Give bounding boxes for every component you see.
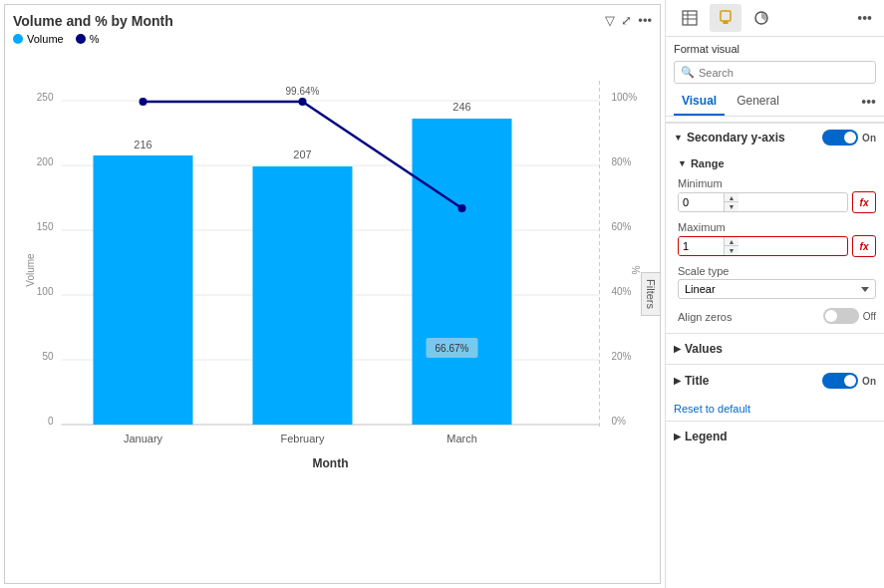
svg-text:Month: Month — [313, 456, 349, 470]
maximum-up[interactable]: ▲ — [725, 237, 738, 246]
analytics-icon — [753, 10, 769, 26]
svg-text:20%: 20% — [612, 351, 632, 362]
right-panel: ••• Format visual 🔍 Visual General ••• ▼… — [665, 0, 884, 588]
svg-rect-32 — [683, 11, 697, 25]
range-header[interactable]: ▼ Range — [678, 153, 876, 173]
minimum-up[interactable]: ▲ — [725, 193, 738, 202]
minimum-down[interactable]: ▼ — [725, 202, 738, 211]
paint-icon — [718, 10, 734, 26]
table-view-button[interactable] — [674, 4, 706, 32]
chart-panel: Volume and % by Month Volume % ▽ ⤢ ••• 2… — [4, 4, 661, 584]
toggle-off[interactable] — [823, 308, 859, 324]
values-section: ▶ Values — [666, 333, 884, 364]
minimum-number-input[interactable]: 0 ▲ ▼ — [678, 192, 848, 212]
svg-text:50: 50 — [42, 351, 54, 362]
minimum-spinner: ▲ ▼ — [724, 193, 738, 211]
bar-january — [94, 155, 193, 425]
scale-type-select[interactable]: Linear Log — [678, 279, 876, 299]
search-box[interactable]: 🔍 — [674, 61, 876, 84]
maximum-fx-button[interactable]: fx — [852, 235, 876, 257]
search-input[interactable] — [699, 67, 869, 79]
svg-text:March: March — [446, 433, 477, 444]
title-toggle-on[interactable] — [822, 373, 858, 389]
chevron-right-values: ▶ — [674, 344, 681, 354]
chevron-down-icon: ▼ — [674, 133, 683, 143]
chart-title: Volume and % by Month — [13, 13, 173, 29]
legend-volume: Volume — [13, 33, 64, 45]
svg-text:0: 0 — [48, 416, 54, 427]
format-visual-label: Format visual — [666, 37, 884, 57]
chart-legend: Volume % — [13, 33, 173, 45]
svg-text:99.64%: 99.64% — [286, 86, 320, 97]
expand-icon[interactable]: ⤢ — [621, 13, 632, 28]
tab-more-icon[interactable]: ••• — [861, 94, 876, 110]
svg-text:0%: 0% — [612, 416, 627, 427]
svg-text:66.67%: 66.67% — [436, 343, 469, 354]
align-zeros-toggle[interactable]: Off — [823, 308, 876, 324]
values-header[interactable]: ▶ Values — [666, 334, 884, 364]
table-icon — [682, 10, 698, 26]
svg-text:207: 207 — [293, 148, 311, 160]
format-button[interactable] — [710, 4, 741, 32]
minimum-field[interactable]: 0 — [679, 193, 724, 211]
dot-mar — [458, 204, 466, 212]
tab-general[interactable]: General — [729, 88, 787, 116]
svg-text:100%: 100% — [612, 92, 638, 103]
minimum-label: Minimum — [678, 173, 876, 191]
toggle-on[interactable] — [822, 130, 858, 146]
align-zeros-row: Align zeros Off — [678, 303, 876, 329]
maximum-spinner: ▲ ▼ — [724, 237, 738, 255]
secondary-y-axis-toggle[interactable]: On — [822, 130, 876, 146]
range-label: Range — [691, 157, 725, 169]
title-toggle[interactable]: On — [822, 373, 876, 389]
legend-label-pct: % — [90, 33, 100, 45]
svg-rect-37 — [724, 21, 728, 24]
svg-text:80%: 80% — [612, 156, 632, 167]
analytics-button[interactable] — [745, 4, 777, 32]
minimum-fx-button[interactable]: fx — [852, 191, 876, 213]
legend-pct: % — [76, 33, 100, 45]
svg-text:Volume: Volume — [25, 253, 36, 287]
title-toggle-label: On — [862, 376, 876, 387]
bar-february — [253, 166, 353, 425]
legend-header[interactable]: ▶ Legend — [666, 422, 884, 451]
svg-text:40%: 40% — [612, 286, 632, 297]
svg-text:250: 250 — [37, 92, 54, 103]
tab-row: Visual General ••• — [666, 88, 884, 117]
svg-rect-36 — [721, 11, 731, 21]
minimum-input-row: 0 ▲ ▼ fx — [678, 191, 876, 213]
reset-to-default-link[interactable]: Reset to default — [666, 397, 884, 421]
scale-type-label: Scale type — [678, 261, 876, 279]
svg-text:February: February — [280, 433, 325, 444]
maximum-field[interactable]: 1 — [679, 237, 724, 255]
chevron-right-legend: ▶ — [674, 432, 681, 441]
tab-visual[interactable]: Visual — [674, 88, 725, 116]
more-icon[interactable]: ••• — [638, 13, 652, 28]
title-header[interactable]: ▶ Title On — [666, 365, 884, 397]
title-section: ▶ Title On — [666, 364, 884, 397]
title-label: Title — [685, 374, 709, 388]
maximum-down[interactable]: ▼ — [725, 246, 738, 255]
svg-text:150: 150 — [37, 221, 54, 232]
secondary-y-axis-header[interactable]: ▼ Secondary y-axis On — [666, 124, 884, 151]
svg-text:246: 246 — [452, 101, 470, 113]
fx-icon: fx — [860, 197, 869, 208]
more-options-icon[interactable]: ••• — [853, 10, 876, 26]
search-icon: 🔍 — [681, 66, 695, 79]
fx-icon-2: fx — [860, 241, 869, 252]
svg-text:January: January — [124, 433, 163, 444]
dot-jan — [140, 98, 147, 106]
secondary-y-axis-label: Secondary y-axis — [687, 131, 785, 145]
maximum-number-input[interactable]: 1 ▲ ▼ — [678, 236, 848, 256]
legend-label-volume: Volume — [27, 33, 64, 45]
toggle-on-label: On — [862, 133, 876, 144]
align-zeros-label: Align zeros — [678, 307, 732, 325]
toggle-off-label: Off — [863, 311, 876, 322]
range-subsection: ▼ Range Minimum 0 ▲ ▼ fx Maximum — [666, 151, 884, 333]
svg-text:60%: 60% — [612, 221, 632, 232]
filter-icon[interactable]: ▽ — [605, 13, 615, 28]
legend-section: ▶ Legend — [666, 421, 884, 451]
filters-tab[interactable]: Filters — [641, 272, 661, 316]
legend-dot-volume — [13, 34, 23, 44]
chart-svg: 250 200 150 100 50 0 Volume 100% 80% 60%… — [13, 51, 652, 479]
